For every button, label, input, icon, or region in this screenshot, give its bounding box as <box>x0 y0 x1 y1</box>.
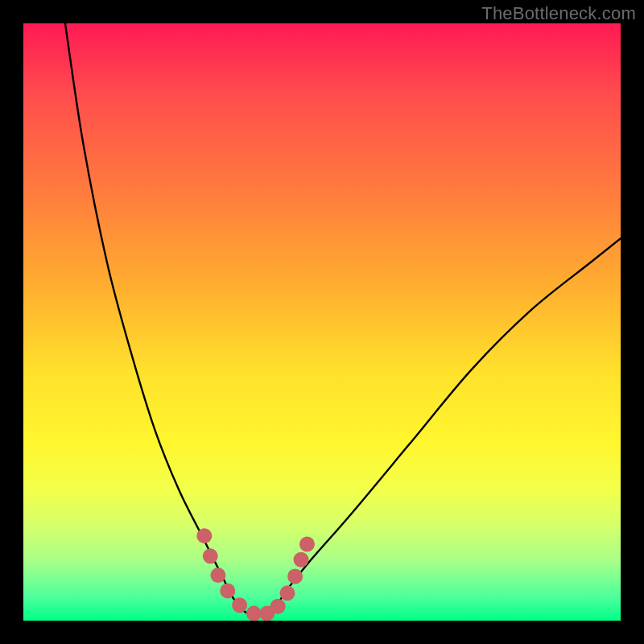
watermark-text: TheBottleneck.com <box>481 3 636 24</box>
highlight-dot <box>196 528 212 543</box>
highlight-dot <box>270 599 286 614</box>
highlight-dot <box>210 568 225 583</box>
highlight-dot <box>203 548 218 564</box>
chart-area <box>23 23 621 621</box>
highlight-dot <box>294 552 309 568</box>
bottleneck-curve <box>65 23 621 616</box>
highlight-dot <box>279 585 295 601</box>
highlight-dot <box>232 597 247 613</box>
highlight-dot <box>246 606 262 621</box>
highlight-dots <box>196 528 315 621</box>
highlight-dot <box>299 537 315 552</box>
highlight-dot <box>259 606 275 621</box>
bottleneck-curve-svg <box>23 23 621 621</box>
highlight-dot <box>287 569 303 584</box>
highlight-dot <box>220 583 235 598</box>
